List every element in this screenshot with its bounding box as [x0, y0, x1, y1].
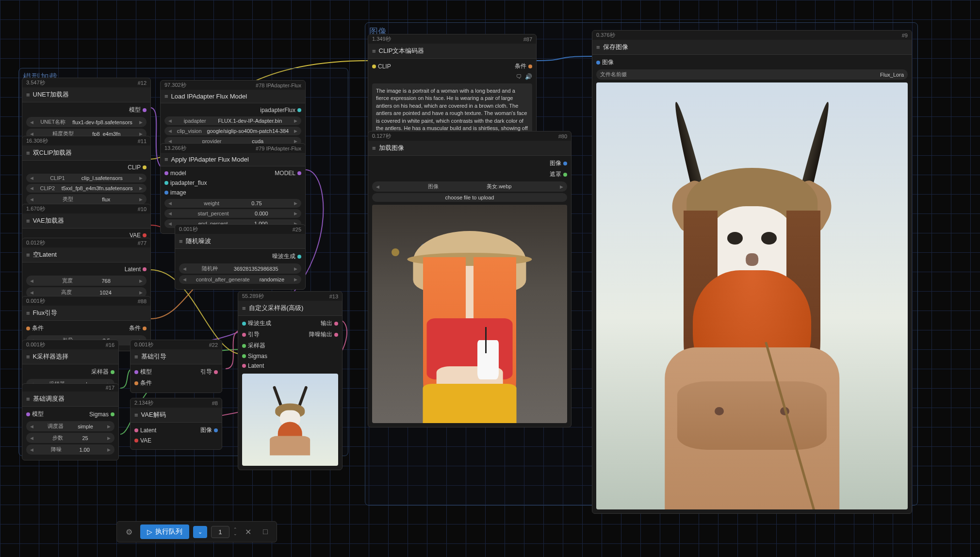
menu-icon[interactable]: ≡: [26, 91, 30, 98]
widget-filename-prefix[interactable]: 文件名前缀Flux_Lora: [596, 69, 908, 80]
menu-icon[interactable]: ≡: [26, 217, 30, 225]
widget-seed[interactable]: ◀随机种369281352986835▶: [179, 263, 301, 274]
output-port[interactable]: [143, 108, 147, 112]
menu-icon[interactable]: ≡: [134, 411, 138, 419]
node-dual-clip-loader[interactable]: 16.308秒#11 ≡双CLIP加载器 CLIP ◀CLIP1clip_l.s…: [22, 136, 151, 210]
widget-weight[interactable]: ◀weight0.75▶: [164, 199, 301, 208]
output-port[interactable]: [528, 65, 532, 68]
node-basic-scheduler[interactable]: #17 ≡基础调度器 模型Sigmas ◀调度器simple▶ ◀步数25▶ ◀…: [22, 383, 119, 460]
input-port[interactable]: [242, 364, 246, 368]
output-port[interactable]: [214, 370, 218, 374]
output-port[interactable]: [111, 370, 114, 374]
menu-icon[interactable]: ≡: [26, 310, 30, 317]
input-port[interactable]: [242, 322, 246, 326]
menu-icon[interactable]: ≡: [164, 156, 168, 163]
input-port[interactable]: [242, 354, 246, 358]
input-port[interactable]: [242, 333, 246, 337]
node-apply-ipadapter[interactable]: 13.266秒#79 IPAdapter-Flux ≡Apply IPAdapt…: [160, 143, 306, 234]
input-port[interactable]: [164, 171, 168, 175]
output-label: 条件: [515, 62, 526, 70]
menu-icon[interactable]: ≡: [26, 395, 30, 403]
node-id: #79 IPAdapter-Flux: [256, 146, 301, 151]
widget-unet-name[interactable]: ◀UNET名称flux1-dev-fp8.safetensors▶: [26, 117, 147, 127]
input-port[interactable]: [134, 370, 138, 374]
menu-icon[interactable]: ≡: [164, 93, 168, 100]
node-basic-guider[interactable]: 0.001秒#22 ≡基础引导 模型引导 条件: [130, 340, 222, 393]
node-time: 0.001秒: [179, 226, 198, 233]
node-canvas[interactable]: 模型加载 图像 3.547秒#12 ≡UNET加载器 模型 ◀UNET名称flu…: [0, 0, 980, 557]
input-port[interactable]: [26, 412, 30, 416]
menu-icon[interactable]: ≡: [134, 353, 138, 360]
menu-icon[interactable]: ≡: [26, 353, 30, 360]
widget-clip1[interactable]: ◀CLIP1clip_l.safetensors▶: [26, 174, 147, 182]
settings-icon[interactable]: ⚙: [122, 525, 136, 539]
sound-icon[interactable]: 🔊: [525, 73, 532, 80]
input-label: Latent: [248, 362, 264, 369]
menu-icon[interactable]: ≡: [26, 251, 30, 259]
widget-clip-vision[interactable]: ◀clip_visiongoogle/siglip-so400m-patch14…: [164, 127, 301, 135]
input-port[interactable]: [134, 428, 138, 432]
node-vae-decode[interactable]: 2.134秒#8 ≡VAE解码 Latent图像 VAE: [130, 398, 222, 450]
output-label: Latent: [125, 266, 141, 273]
node-title-text: 基础调度器: [33, 394, 65, 403]
node-save-image[interactable]: 0.376秒#9 ≡保存图像 图像 文件名前缀Flux_Lora: [592, 30, 912, 514]
input-port[interactable]: [134, 439, 138, 442]
input-port[interactable]: [596, 61, 600, 65]
widget-start-percent[interactable]: ◀start_percent0.000▶: [164, 209, 301, 218]
stop-icon[interactable]: □: [259, 525, 272, 538]
count-down[interactable]: ⌄: [233, 532, 237, 536]
output-port[interactable]: [214, 428, 218, 432]
run-dropdown[interactable]: ⌄: [193, 526, 207, 538]
widget-denoise[interactable]: ◀降噪1.00▶: [26, 444, 114, 455]
input-port[interactable]: [26, 327, 30, 330]
node-sampler-custom-adv[interactable]: 55.289秒#13 ≡自定义采样器(高级) 噪波生成输出 引导降噪输出 采样器…: [238, 291, 343, 470]
input-port[interactable]: [164, 191, 168, 195]
output-port[interactable]: [563, 162, 567, 165]
menu-icon[interactable]: ≡: [179, 238, 183, 245]
output-image-preview: [596, 82, 908, 509]
output-port[interactable]: [297, 108, 301, 112]
node-id: #11: [138, 138, 147, 144]
output-port[interactable]: [143, 327, 147, 330]
widget-width[interactable]: ◀宽度768▶: [26, 276, 147, 286]
output-port[interactable]: [297, 255, 301, 259]
menu-icon[interactable]: ≡: [372, 145, 376, 152]
output-port[interactable]: [297, 171, 301, 175]
node-load-image[interactable]: 0.127秒#80 ≡加载图像 图像 遮罩 ◀图像美女.webp▶ choose…: [368, 131, 572, 427]
input-port[interactable]: [134, 381, 138, 385]
output-port[interactable]: [143, 233, 147, 237]
widget-control[interactable]: ◀control_after_generaterandomize▶: [179, 275, 301, 284]
output-port[interactable]: [563, 173, 567, 177]
node-load-ipadapter[interactable]: 97.302秒#78 IPAdapter-Flux ≡Load IPAdapte…: [160, 80, 306, 151]
menu-icon[interactable]: ≡: [596, 44, 600, 51]
node-unet-loader[interactable]: 3.547秒#12 ≡UNET加载器 模型 ◀UNET名称flux1-dev-f…: [22, 78, 151, 145]
input-port[interactable]: [242, 344, 246, 348]
menu-icon[interactable]: ≡: [26, 149, 30, 157]
cancel-icon[interactable]: ✕: [241, 525, 255, 539]
widget-steps[interactable]: ◀步数25▶: [26, 433, 114, 443]
input-port[interactable]: [164, 181, 168, 185]
widget-ipadapter[interactable]: ◀ipadapterFLUX.1-dev-IP-Adapter.bin▶: [164, 116, 301, 125]
queue-count-input[interactable]: [211, 526, 229, 538]
output-port[interactable]: [334, 333, 338, 337]
widget-clip2[interactable]: ◀CLIP2t5xxl_fp8_e4m3fn.safetensors▶: [26, 184, 147, 193]
output-port[interactable]: [334, 322, 338, 326]
run-button[interactable]: ▷执行队列: [140, 524, 189, 539]
node-id: #8: [212, 400, 218, 406]
menu-icon[interactable]: ≡: [372, 48, 376, 55]
speak-icon[interactable]: 🗨: [516, 73, 522, 80]
widget-clip-type[interactable]: ◀类型flux▶: [26, 194, 147, 204]
menu-icon[interactable]: ≡: [242, 305, 246, 312]
output-port[interactable]: [111, 412, 114, 416]
node-id: #25: [293, 227, 301, 232]
input-port[interactable]: [372, 65, 376, 68]
widget-image-file[interactable]: ◀图像美女.webp▶: [372, 181, 567, 192]
node-id: #12: [138, 80, 147, 86]
output-port[interactable]: [143, 267, 147, 271]
upload-button[interactable]: choose file to upload: [372, 193, 567, 202]
output-port[interactable]: [143, 165, 147, 169]
widget-scheduler[interactable]: ◀调度器simple▶: [26, 421, 114, 431]
input-label: 引导: [248, 330, 260, 339]
node-time: 2.134秒: [134, 399, 153, 407]
node-random-noise[interactable]: 0.001秒#25 ≡随机噪波 噪波生成 ◀随机种369281352986835…: [175, 224, 306, 290]
